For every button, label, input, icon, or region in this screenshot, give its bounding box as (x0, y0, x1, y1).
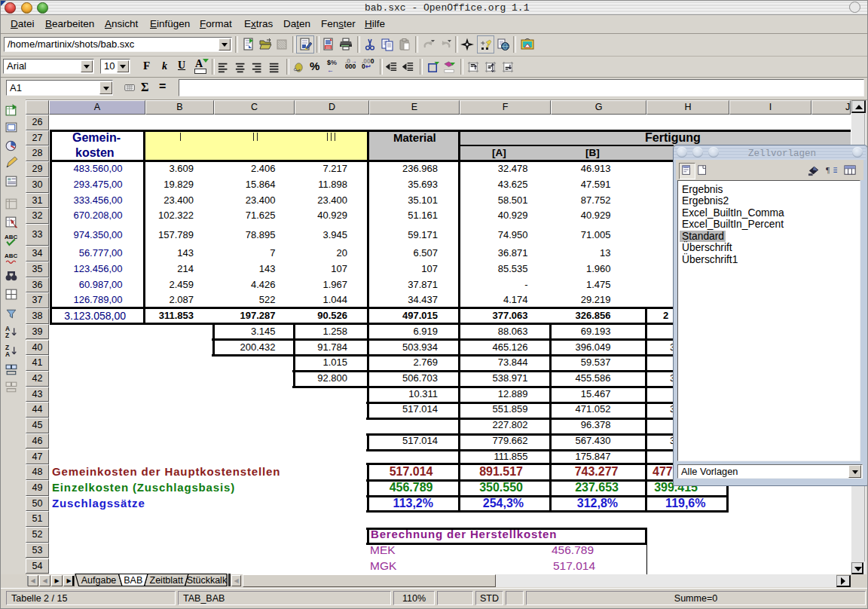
svg-text:¶: ¶ (826, 165, 830, 174)
